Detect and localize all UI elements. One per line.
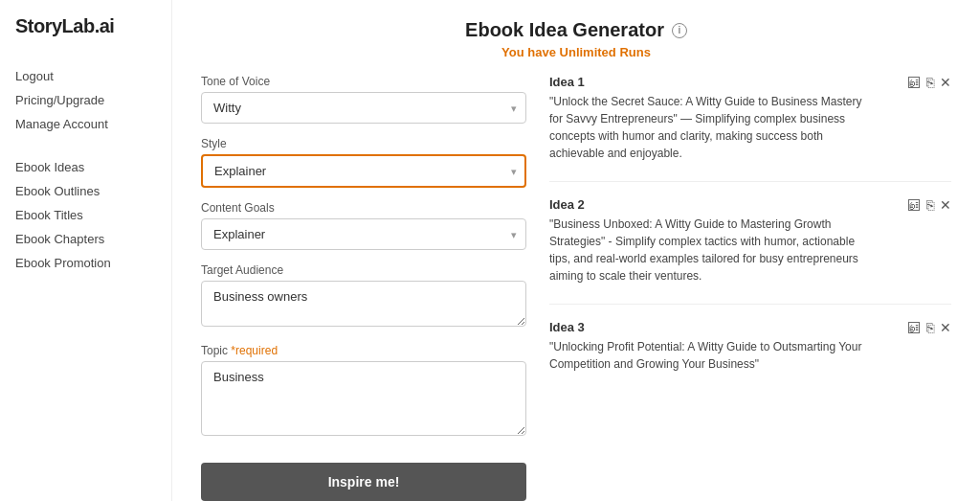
content-goals-group: Content Goals Explainer Lead Generation … <box>201 201 526 250</box>
idea-row-2: Idea 2 "Business Unboxed: A Witty Guide … <box>549 197 951 285</box>
sidebar-item-ebook-chapters[interactable]: Ebook Chapters <box>15 227 156 251</box>
content-goals-select[interactable]: Explainer Lead Generation Brand Awarenes… <box>201 218 526 250</box>
tone-of-voice-label: Tone of Voice <box>201 75 526 88</box>
idea-text-1: "Unlock the Secret Sauce: A Witty Guide … <box>549 93 875 162</box>
idea-text-2: "Business Unboxed: A Witty Guide to Mast… <box>549 216 875 285</box>
topic-label: Topic *required <box>201 344 526 357</box>
tone-of-voice-group: Tone of Voice Witty Professional Casual … <box>201 75 526 124</box>
see-all-generators[interactable]: ← See All Content Generators <box>15 493 156 501</box>
style-label: Style <box>201 137 526 150</box>
sidebar-item-pricing[interactable]: Pricing/Upgrade <box>15 88 156 112</box>
sidebar-item-ebook-titles[interactable]: Ebook Titles <box>15 203 156 227</box>
info-icon[interactable]: i <box>672 23 687 38</box>
idea-card-3: Idea 3 "Unlocking Profit Potential: A Wi… <box>549 320 951 373</box>
sidebar-item-ebook-ideas[interactable]: Ebook Ideas <box>15 155 156 179</box>
copy-icon-2[interactable]: ⎘ <box>926 197 934 213</box>
style-group: Style Explainer How-to Listicle Narrativ… <box>201 137 526 188</box>
idea-text-3: "Unlocking Profit Potential: A Witty Gui… <box>549 338 875 373</box>
page-title: Ebook Idea Generator i <box>201 19 951 41</box>
style-select[interactable]: Explainer How-to Listicle Narrative Acad… <box>201 154 526 188</box>
topic-required-marker: *required <box>231 344 278 357</box>
inspire-button[interactable]: Inspire me! <box>201 463 526 501</box>
content-goals-select-wrapper: Explainer Lead Generation Brand Awarenes… <box>201 218 526 250</box>
copy-icon-1[interactable]: ⎘ <box>926 75 934 90</box>
copy-icon-3[interactable]: ⎘ <box>926 320 934 335</box>
tone-of-voice-select[interactable]: Witty Professional Casual Formal Inspira… <box>201 92 526 124</box>
idea-actions-1: 🗟 ⎘ ✕ <box>907 75 951 90</box>
idea-card-2: Idea 2 "Business Unboxed: A Witty Guide … <box>549 197 951 285</box>
idea-title-3: Idea 3 <box>549 320 951 334</box>
sidebar-item-ebook-outlines[interactable]: Ebook Outlines <box>15 179 156 203</box>
logo: StoryLab.ai <box>15 15 156 37</box>
edit-icon-1[interactable]: 🗟 <box>907 75 921 90</box>
target-audience-input[interactable]: Business owners <box>201 281 526 327</box>
edit-icon-2[interactable]: 🗟 <box>907 197 921 213</box>
sidebar-item-manage-account[interactable]: Manage Account <box>15 112 156 136</box>
target-audience-label: Target Audience <box>201 263 526 277</box>
style-select-wrapper: Explainer How-to Listicle Narrative Acad… <box>201 154 526 188</box>
idea-content-1: Idea 1 "Unlock the Secret Sauce: A Witty… <box>549 75 951 162</box>
form-section: Tone of Voice Witty Professional Casual … <box>201 75 526 501</box>
close-icon-1[interactable]: ✕ <box>940 75 951 90</box>
idea-actions-2: 🗟 ⎘ ✕ <box>907 197 951 213</box>
sidebar-item-logout[interactable]: Logout <box>15 64 156 88</box>
close-icon-2[interactable]: ✕ <box>940 197 951 213</box>
content-row: Tone of Voice Witty Professional Casual … <box>201 75 951 501</box>
idea-content-2: Idea 2 "Business Unboxed: A Witty Guide … <box>549 197 951 285</box>
target-audience-group: Target Audience Business owners <box>201 263 526 330</box>
sidebar-item-ebook-promotion[interactable]: Ebook Promotion <box>15 251 156 275</box>
idea-row-3: Idea 3 "Unlocking Profit Potential: A Wi… <box>549 320 951 373</box>
sidebar: StoryLab.ai Logout Pricing/Upgrade Manag… <box>0 0 172 501</box>
unlimited-runs-badge: You have Unlimited Runs <box>201 45 951 59</box>
idea-actions-3: 🗟 ⎘ ✕ <box>907 320 951 335</box>
idea-divider-2 <box>549 304 951 305</box>
idea-title-2: Idea 2 <box>549 197 951 212</box>
idea-divider-1 <box>549 181 951 182</box>
main-content: Ebook Idea Generator i You have Unlimite… <box>172 0 980 501</box>
idea-row-1: Idea 1 "Unlock the Secret Sauce: A Witty… <box>549 75 951 162</box>
tone-of-voice-select-wrapper: Witty Professional Casual Formal Inspira… <box>201 92 526 124</box>
edit-icon-3[interactable]: 🗟 <box>907 320 921 335</box>
idea-title-1: Idea 1 <box>549 75 951 89</box>
idea-card-1: Idea 1 "Unlock the Secret Sauce: A Witty… <box>549 75 951 162</box>
idea-content-3: Idea 3 "Unlocking Profit Potential: A Wi… <box>549 320 951 373</box>
ideas-section: Idea 1 "Unlock the Secret Sauce: A Witty… <box>549 75 951 501</box>
topic-group: Topic *required Business <box>201 344 526 440</box>
topic-input[interactable]: Business <box>201 361 526 436</box>
content-goals-label: Content Goals <box>201 201 526 215</box>
close-icon-3[interactable]: ✕ <box>940 320 951 335</box>
